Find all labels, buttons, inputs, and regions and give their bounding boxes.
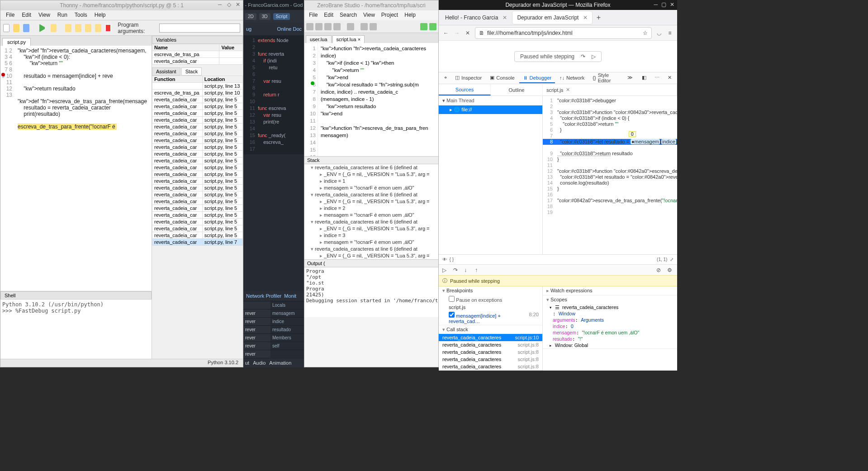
shell-output[interactable]: Python 3.10.2 (/usr/bin/python) >>> %Fas…: [0, 300, 152, 359]
local-var-row[interactable]: reverself: [243, 342, 304, 350]
stack-var[interactable]: _ENV = {_G = nil, _VERSION = "Lua 5.3", …: [304, 198, 438, 205]
close-tab-icon[interactable]: ×: [358, 37, 360, 42]
stack-var[interactable]: indice = 2: [304, 205, 438, 212]
new-tab-button[interactable]: +: [593, 12, 604, 23]
zbs-tab-user[interactable]: user.lua: [306, 35, 332, 43]
callstack-frame[interactable]: reverta_cadeia_caracteresscript.js:10: [439, 334, 542, 341]
deactivate-bp-icon[interactable]: ⊘: [656, 267, 663, 273]
local-var-row[interactable]: reverMembers: [243, 334, 304, 342]
zbs-menu-edit[interactable]: Edit: [322, 11, 335, 19]
ff-titlebar[interactable]: Depurador em JavaScript — Mozilla Firefo…: [439, 0, 677, 10]
stack-row[interactable]: escreva_de_tras_pascript.py, line 10: [152, 90, 243, 96]
callstack-frame[interactable]: reverta_cadeia_caracteresscript.js:8: [439, 348, 542, 356]
local-var-row[interactable]: revermensagem: [243, 309, 304, 318]
breakpoints-section[interactable]: Breakpoints Pause on exceptions script.j…: [439, 286, 542, 325]
stack-row[interactable]: reverta_cadeia_carscript.py, line 5: [152, 225, 243, 232]
bookmark-icon[interactable]: ☆: [643, 30, 648, 36]
menu-file[interactable]: File: [3, 11, 17, 19]
save-file-icon[interactable]: [23, 24, 29, 32]
expand-icon[interactable]: ⤢: [670, 257, 674, 262]
python-editor[interactable]: 1 2 3 4 5 6 7 8 9 10 11 12 13 "kw">def "…: [0, 46, 152, 291]
zbs-menu-project[interactable]: Project: [379, 11, 400, 19]
stack-frame[interactable]: reverta_cadeia_caracteres at line 6 (def…: [304, 246, 438, 252]
close-tab-icon[interactable]: ✕: [583, 14, 588, 21]
variable-row[interactable]: reverta_cadeia_car: [152, 58, 243, 65]
thonny-titlebar[interactable]: Thonny - /home/franco/tmp/python/script.…: [0, 0, 243, 10]
scope-var[interactable]: mensagem: "!ocnarF é emon uem ,álO": [543, 329, 677, 336]
close-devtools-icon[interactable]: ✕: [664, 73, 675, 83]
editor-tab-script[interactable]: script.py: [2, 38, 31, 46]
scope-var[interactable]: arguments: Arguments: [543, 317, 677, 323]
zbs-menu-file[interactable]: File: [307, 11, 319, 19]
menu-help[interactable]: Help: [92, 11, 109, 19]
callstack-header[interactable]: Call stack: [439, 325, 542, 334]
stack-row[interactable]: reverta_cadeia_carscript.py, line 5: [152, 178, 243, 185]
more-icon[interactable]: ⋯: [651, 73, 663, 83]
browser-tab-debugger[interactable]: Depurador em JavaScript ✕: [512, 11, 592, 24]
local-var-row[interactable]: rever: [243, 350, 304, 358]
close-icon[interactable]: ✕: [670, 1, 674, 8]
run-icon[interactable]: [420, 23, 427, 30]
menu-edit[interactable]: Edit: [19, 11, 34, 19]
stack-tab[interactable]: Stack: [181, 67, 202, 76]
stack-var[interactable]: mensagem = "!ocnarF é emon uem ,álO": [304, 212, 438, 219]
zbs-breakpoint[interactable]: [311, 81, 314, 85]
watch-section[interactable]: Watch expressions: [543, 286, 677, 295]
godot-foot-audio[interactable]: Audio: [253, 360, 266, 366]
devtab-console[interactable]: ▣ Console: [486, 73, 518, 83]
stack-row[interactable]: reverta_cadeia_carscript.py, line 5: [152, 110, 243, 117]
stack-var[interactable]: mensagem = "!ocnarF é emon uem ,álO": [304, 185, 438, 191]
projdir-icon[interactable]: [347, 23, 354, 30]
step-out-icon[interactable]: [85, 24, 91, 32]
editor-code[interactable]: "kw">def "fn">reverta_cadeia_caracteres(…: [17, 46, 152, 132]
stack-row[interactable]: reverta_cadeia_carscript.py, line 5: [152, 96, 243, 103]
new-file-icon[interactable]: [3, 24, 9, 32]
stop-icon[interactable]: [105, 24, 112, 32]
saveall-icon[interactable]: [333, 23, 341, 30]
step-over-icon[interactable]: ↷: [453, 267, 460, 273]
stack-row[interactable]: reverta_cadeia_carscript.py, line 5: [152, 198, 243, 205]
devtab-inspector[interactable]: ◫ Inspector: [451, 73, 485, 83]
open-icon[interactable]: [315, 23, 323, 30]
zbs-menu-help[interactable]: Help: [403, 11, 417, 19]
maximize-icon[interactable]: ◇: [226, 1, 232, 8]
assistant-tab[interactable]: Assistant: [152, 67, 180, 76]
menu-icon[interactable]: ≡: [666, 29, 674, 37]
scope-var[interactable]: resultado: "!": [543, 336, 677, 342]
callstack-frame[interactable]: reverta_cadeia_caracteresscript.js:8: [439, 341, 542, 348]
callstack-frame[interactable]: reverta_cadeia_caracteresscript.js:8: [439, 356, 542, 363]
godot-foot-anim[interactable]: Animation: [269, 360, 291, 366]
zbs-code[interactable]: "kw">function "fn">reverta_cadeia_caract…: [320, 43, 429, 141]
stack-var[interactable]: indice = 1: [304, 178, 438, 185]
mode-2d[interactable]: 2D: [245, 13, 256, 20]
new-icon[interactable]: [306, 23, 313, 30]
mode-script[interactable]: Script: [273, 13, 290, 20]
devtab-more-icon[interactable]: ≫: [624, 73, 636, 83]
open-file-tab[interactable]: script.js ✕: [543, 84, 677, 95]
subtab-sources[interactable]: Sources: [439, 84, 491, 95]
scopes-header[interactable]: Scopes: [543, 295, 677, 304]
menu-view[interactable]: View: [36, 11, 53, 19]
forward-icon[interactable]: →: [453, 29, 460, 37]
replace-icon[interactable]: [370, 23, 377, 30]
watch-icon[interactable]: 👁: [442, 257, 447, 262]
menu-tools[interactable]: Tools: [72, 11, 90, 19]
godot-panel-mon[interactable]: Monit: [284, 293, 296, 299]
stop-icon[interactable]: ✕: [464, 29, 471, 37]
callstack-frame[interactable]: reverta_cadeia_caracteresscript.js:8: [439, 363, 542, 370]
stack-row[interactable]: reverta_cadeia_carscript.py, line 5: [152, 164, 243, 171]
run-icon[interactable]: [39, 24, 47, 32]
close-tab-icon[interactable]: ✕: [566, 87, 570, 93]
step-into-icon[interactable]: [75, 24, 81, 32]
bp-checkbox[interactable]: [449, 312, 455, 318]
stack-row[interactable]: reverta_cadeia_carscript.py, line 5: [152, 171, 243, 178]
watch-header[interactable]: Watch expressions: [543, 286, 677, 295]
devtab-debugger[interactable]: ⏸ Debugger: [519, 73, 555, 83]
breakpoints-header[interactable]: Breakpoints: [439, 286, 542, 295]
stack-row[interactable]: reverta_cadeia_carscript.py, line 5: [152, 157, 243, 164]
close-icon[interactable]: ✕: [235, 1, 241, 8]
menu-run[interactable]: Run: [55, 11, 70, 19]
stack-frame[interactable]: reverta_cadeia_caracteres at line 6 (def…: [304, 219, 438, 225]
minimize-icon[interactable]: ─: [654, 1, 658, 8]
stack-var[interactable]: _ENV = {_G = nil, _VERSION = "Lua 5.3", …: [304, 225, 438, 232]
